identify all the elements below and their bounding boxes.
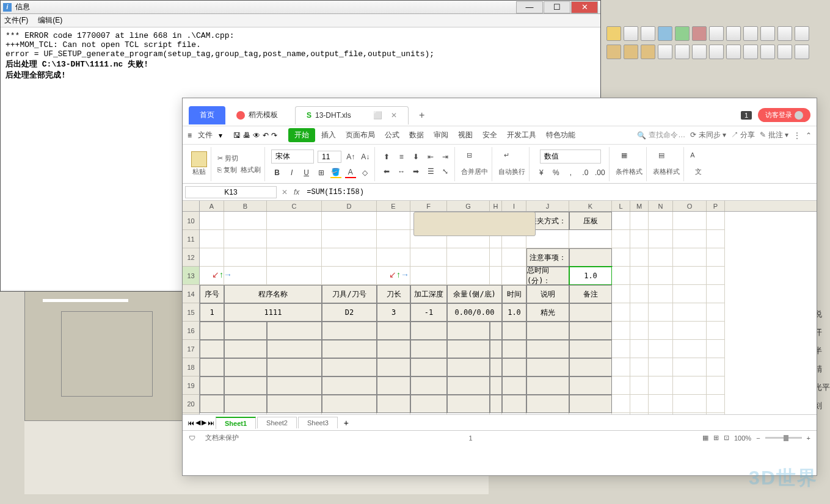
cell-E12[interactable] <box>377 248 410 267</box>
cell-G19[interactable] <box>447 376 490 395</box>
cell-B14[interactable]: 程序名称 <box>224 285 322 303</box>
cell-F16[interactable] <box>410 322 447 340</box>
cad-tool-btn[interactable] <box>709 45 724 59</box>
menu-edit[interactable]: 编辑(E) <box>38 15 62 26</box>
cell-L11[interactable] <box>612 230 630 248</box>
row-header-19[interactable]: 19 <box>183 376 199 395</box>
cell-M21[interactable] <box>630 413 649 414</box>
number-format-select[interactable]: 数值 <box>540 149 601 164</box>
align-right-icon[interactable]: ➡ <box>410 166 421 177</box>
cell-O15[interactable] <box>673 303 707 322</box>
font-shrink-icon[interactable]: A↓ <box>360 151 371 162</box>
col-header-C[interactable]: C <box>267 201 322 211</box>
cell-J16[interactable] <box>526 322 569 340</box>
cell-I17[interactable] <box>502 340 526 358</box>
cell-G18[interactable] <box>447 358 490 376</box>
zoom-label[interactable]: 100% <box>734 434 751 442</box>
row-header-18[interactable]: 18 <box>183 358 199 376</box>
cell-A18[interactable] <box>200 358 224 376</box>
menu-security[interactable]: 安全 <box>479 128 501 142</box>
cell-L20[interactable] <box>612 395 630 413</box>
cell-O21[interactable] <box>673 413 707 414</box>
sheet-nav-last-icon[interactable]: ⏭ <box>208 419 214 427</box>
cell-K19[interactable] <box>569 376 612 395</box>
table-style-button[interactable]: ▤ 表格样式 <box>653 151 680 176</box>
cell-N18[interactable] <box>649 358 673 376</box>
cell-K11[interactable] <box>569 230 612 248</box>
formula-input[interactable]: =SUM(I15:I58) <box>303 187 817 198</box>
cell-O11[interactable] <box>673 230 707 248</box>
cell-D21[interactable] <box>322 413 377 414</box>
share-button[interactable]: ↗ 分享 <box>731 130 755 140</box>
undo-icon[interactable]: ↶ <box>263 131 269 140</box>
cad-tool-btn[interactable] <box>743 26 758 41</box>
italic-button[interactable]: I <box>286 167 297 178</box>
cell-O14[interactable] <box>673 285 707 303</box>
cell-J15[interactable]: 精光 <box>526 303 569 322</box>
cell-H17[interactable] <box>490 340 502 358</box>
align-left-icon[interactable]: ⬅ <box>381 166 392 177</box>
cad-tool-btn[interactable] <box>675 45 690 59</box>
cell-E19[interactable] <box>377 376 410 395</box>
indent-inc-icon[interactable]: ⇥ <box>440 151 451 162</box>
cell-F12[interactable] <box>410 248 447 267</box>
cell-N14[interactable] <box>649 285 673 303</box>
cell-K21[interactable] <box>569 413 612 414</box>
cad-tool-btn[interactable] <box>795 45 809 59</box>
cell-F13[interactable] <box>410 267 447 285</box>
cell-P17[interactable] <box>707 340 725 358</box>
cell-K18[interactable] <box>569 358 612 376</box>
redo-icon[interactable]: ↷ <box>271 131 277 140</box>
sheet-nav-prev-icon[interactable]: ◀ <box>195 419 200 427</box>
cell-I18[interactable] <box>502 358 526 376</box>
row-header-15[interactable]: 15 <box>183 303 199 322</box>
cell-I19[interactable] <box>502 376 526 395</box>
sheet-nav-first-icon[interactable]: ⏮ <box>187 419 194 427</box>
col-header-O[interactable]: O <box>673 201 707 211</box>
cell-N21[interactable] <box>649 413 673 414</box>
cell-J14[interactable]: 说明 <box>526 285 569 303</box>
menu-view[interactable]: 视图 <box>454 128 476 142</box>
cell-M15[interactable] <box>630 303 649 322</box>
cell-H19[interactable] <box>490 376 502 395</box>
cell-C18[interactable] <box>267 358 322 376</box>
cell-M19[interactable] <box>630 376 649 395</box>
view-break-icon[interactable]: ⊡ <box>724 434 729 442</box>
cad-tool-btn[interactable] <box>777 45 792 59</box>
cad-tool-btn[interactable] <box>692 45 707 59</box>
cell-L13[interactable] <box>612 267 630 285</box>
cell-G15[interactable]: 0.00/0.00 <box>447 303 502 322</box>
tab-popup-icon[interactable]: ⬜ <box>373 111 382 120</box>
format-brush-button[interactable]: 格式刷 <box>241 165 261 175</box>
col-header-B[interactable]: B <box>224 201 267 211</box>
cell-D10[interactable] <box>322 212 377 230</box>
cell-I20[interactable] <box>502 395 526 413</box>
cell-E17[interactable] <box>377 340 410 358</box>
info-titlebar[interactable]: i 信息 — ☐ ✕ <box>1 1 600 14</box>
minimize-button[interactable]: — <box>516 1 543 13</box>
cad-tool-btn[interactable] <box>606 45 621 59</box>
cell-C21[interactable] <box>267 413 322 414</box>
cell-I21[interactable] <box>502 413 526 414</box>
cell-D20[interactable] <box>322 395 377 413</box>
cell-G13[interactable] <box>447 267 490 285</box>
cell-F20[interactable] <box>410 395 447 413</box>
menu-dropdown-icon[interactable]: ▾ <box>219 131 222 140</box>
cell-B21[interactable] <box>224 413 267 414</box>
cell-M12[interactable] <box>630 248 649 267</box>
fx-cancel-icon[interactable]: ✕ <box>279 188 290 196</box>
cell-K15[interactable] <box>569 303 612 322</box>
col-header-P[interactable]: P <box>707 201 725 211</box>
col-header-G[interactable]: G <box>447 201 490 211</box>
cell-H12[interactable] <box>490 248 502 267</box>
cell-L17[interactable] <box>612 340 630 358</box>
bold-button[interactable]: B <box>272 167 283 178</box>
cell-C16[interactable] <box>267 322 322 340</box>
cell-G14[interactable]: 余量(侧/底) <box>447 285 502 303</box>
align-justify-icon[interactable]: ☰ <box>425 166 436 177</box>
cad-tool-btn[interactable] <box>641 26 655 41</box>
cell-A11[interactable] <box>200 230 224 248</box>
cell-B10[interactable] <box>224 212 267 230</box>
nosync-button[interactable]: ⟳ 未同步 ▾ <box>690 130 726 140</box>
cell-K14[interactable]: 备注 <box>569 285 612 303</box>
